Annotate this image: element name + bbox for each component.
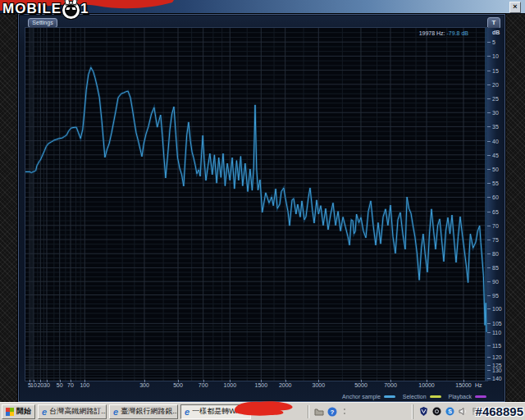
freq-tick-label: 15000	[455, 382, 471, 388]
spectrum-plot[interactable]	[25, 28, 487, 381]
db-tick-label: 40	[492, 138, 499, 144]
cursor-readout: 19978 Hz: -79.8 dB	[419, 30, 468, 36]
db-tick-label: 25	[492, 96, 499, 102]
db-tick-label: 95	[492, 292, 499, 298]
db-tick-label: 65	[492, 208, 499, 214]
task-button-1[interactable]: e 台灣高鐵網路訂...	[38, 404, 107, 419]
db-tick	[487, 212, 491, 212]
db-tick	[487, 141, 491, 142]
db-tick	[487, 84, 491, 85]
db-tick	[487, 240, 491, 240]
db-tick	[487, 267, 491, 268]
db-tick	[487, 226, 491, 226]
windows-flag-icon	[6, 408, 14, 416]
task-label: 台灣高鐵網路訂...	[49, 406, 107, 417]
db-tick	[487, 370, 491, 371]
freq-tick-label: 500	[173, 382, 183, 388]
legend-item-anchor-sample: Anchor sample	[342, 394, 395, 399]
folder-icon[interactable]	[313, 406, 324, 417]
db-tick	[487, 126, 491, 127]
spectrum-svg	[25, 28, 487, 381]
db-tick-label: 10	[492, 53, 499, 59]
db-tick-label: 100	[492, 305, 502, 311]
freq-tick-label: 100	[80, 382, 89, 388]
ie-icon: e	[113, 408, 118, 416]
ie-icon: e	[185, 408, 189, 416]
db-tick-label: 115	[492, 343, 501, 349]
logo-text: MOBILE	[2, 1, 62, 17]
legend-item-playback: Playback	[449, 394, 486, 399]
mobile01-logo: MOBILE 1	[2, 0, 89, 18]
task-button-3-active[interactable]: e 一樣都是轉WAV ..	[180, 404, 251, 419]
db-tick-label: 140	[492, 376, 502, 381]
freq-tick-label: 10	[30, 382, 37, 388]
db-tick-label: 30	[492, 110, 499, 116]
db-tick-label: 90	[492, 279, 499, 285]
db-tick-label: 35	[492, 124, 499, 130]
ie-icon: e	[42, 408, 47, 416]
freq-tick-label: 30	[43, 382, 50, 388]
db-tick-label: 70	[492, 222, 499, 228]
freq-tick-label: 3000	[313, 382, 326, 388]
readout-frequency: 19978 Hz:	[419, 30, 445, 36]
db-tick	[487, 295, 491, 296]
frequency-axis-unit: Hz	[475, 382, 482, 388]
blue-s-icon[interactable]: S	[445, 407, 454, 417]
db-tick-label: 50	[492, 167, 499, 172]
selection-swatch	[430, 395, 441, 398]
db-tick	[487, 42, 491, 43]
db-tick-label: 120	[492, 354, 502, 360]
freq-tick-label: 50	[57, 382, 63, 388]
frequency-axis: 5102030507010030050070010001500200030005…	[25, 382, 504, 390]
db-tick	[487, 308, 491, 309]
settings-button[interactable]: Settings	[28, 18, 57, 28]
db-axis: 5101520253035404550556065707580859095100…	[487, 28, 504, 381]
db-tick	[487, 56, 491, 57]
db-tick-label: 85	[492, 265, 499, 271]
close-button[interactable]: ×	[509, 2, 521, 13]
db-tick	[487, 253, 491, 254]
taskbar-divider	[308, 405, 309, 418]
svg-text:?: ?	[330, 409, 334, 416]
task-label: 臺灣銀行網路銀...	[121, 406, 178, 417]
db-tick	[487, 71, 491, 71]
freq-tick-label: 20	[37, 382, 43, 388]
freq-tick-label: 2000	[279, 382, 292, 388]
legend-item-selection: Selection	[403, 394, 441, 399]
freq-tick-label: 7000	[384, 382, 397, 388]
frequency-analysis-panel: Settings T 19978 Hz: -79.8 dB 5101520253…	[18, 14, 505, 402]
db-tick	[487, 183, 491, 184]
legend-label: Anchor sample	[342, 394, 381, 399]
start-label: 開始	[16, 406, 31, 417]
gear-devil-icon	[62, 2, 80, 19]
freq-tick-label: 700	[199, 382, 208, 388]
db-tick	[487, 323, 491, 324]
anchor-sample-swatch	[384, 395, 395, 398]
db-tick-label: 75	[492, 237, 499, 243]
db-tick	[487, 281, 491, 282]
db-axis-unit: dB	[492, 30, 500, 35]
db-tick	[487, 345, 491, 346]
task-button-2[interactable]: e 臺灣銀行網路銀...	[109, 404, 178, 419]
shield-icon[interactable]	[418, 407, 428, 417]
help-icon[interactable]: ?	[326, 406, 337, 417]
task-label: 一樣都是轉WAV ..	[192, 406, 251, 417]
freq-tick-label: 1500	[255, 382, 268, 388]
freq-tick-label: 5000	[354, 382, 368, 388]
freq-tick-label: 10000	[418, 382, 434, 388]
db-tick	[487, 332, 491, 333]
db-tick-label: 45	[492, 152, 499, 158]
db-tick	[487, 112, 491, 113]
db-tick-label: 80	[492, 251, 499, 257]
playback-swatch	[475, 395, 486, 398]
db-tick	[487, 378, 491, 379]
freq-tick-label: 1000	[224, 382, 237, 388]
start-button[interactable]: 開始	[2, 404, 35, 419]
post-id-watermark: #468895	[476, 404, 523, 418]
db-tick-label: 15	[492, 67, 499, 73]
grip-icon	[340, 406, 350, 417]
db-tick-label: 5	[492, 39, 495, 45]
round-black-icon[interactable]	[431, 407, 441, 417]
db-tick	[487, 155, 491, 156]
speaker-icon[interactable]	[458, 407, 468, 417]
